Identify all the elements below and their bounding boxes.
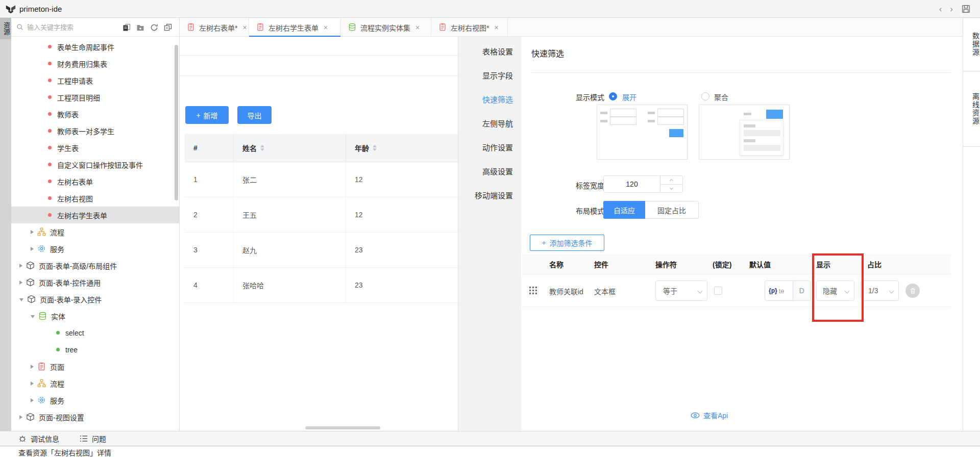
spinner-up-icon[interactable]	[660, 176, 682, 184]
tree-item[interactable]: 左树右表单	[11, 173, 180, 190]
tree-item[interactable]: 工程项目明细	[11, 89, 180, 106]
radio-aggregate-label[interactable]: 聚合	[714, 92, 728, 102]
tree-item[interactable]: 页面-表单-高级/布局组件	[11, 257, 180, 274]
collapse-all-icon[interactable]	[164, 23, 172, 32]
default-value-input[interactable]: {p} te D	[765, 280, 811, 301]
forward-arrow-icon[interactable]: ›	[950, 5, 953, 13]
aggregate-mode-preview[interactable]	[699, 105, 790, 160]
tree-item[interactable]: 流程	[11, 375, 180, 392]
add-filter-button[interactable]: + 添加筛选条件	[530, 235, 604, 251]
expand-mode-preview[interactable]	[597, 105, 688, 160]
save-icon[interactable]	[961, 4, 971, 14]
tab-left-tree-view[interactable]: 左树右视图* ×	[431, 18, 508, 37]
tree-item[interactable]: 自定义窗口操作按钮及事件	[11, 156, 180, 173]
tree-item[interactable]: 实体	[11, 308, 180, 324]
radio-aggregate[interactable]	[701, 92, 709, 100]
caret-right-icon[interactable]	[19, 280, 22, 285]
sidebar-scrollbar[interactable]	[175, 45, 178, 200]
operator-select[interactable]: 等于	[655, 280, 707, 301]
close-icon[interactable]: ×	[324, 23, 328, 32]
close-icon[interactable]: ×	[242, 23, 247, 32]
locate-file-icon[interactable]	[122, 23, 131, 32]
nav-table-settings[interactable]: 表格设置	[458, 43, 521, 61]
nav-action-settings[interactable]: 动作设置	[458, 139, 521, 157]
filter-table: 名称 控件 操作符 (锁定) 默认值 显示 占比 教师关联id 文本框 等于	[522, 254, 951, 307]
locked-checkbox[interactable]	[714, 287, 722, 295]
refresh-icon[interactable]	[150, 23, 158, 32]
tree-item[interactable]: select	[11, 324, 180, 341]
tree-item[interactable]: 页面-表单-录入控件	[11, 291, 180, 308]
caret-right-icon[interactable]	[31, 365, 34, 369]
debug-info-item[interactable]: 调试信息	[18, 433, 59, 444]
spinner-down-icon[interactable]	[660, 184, 682, 192]
new-folder-icon[interactable]	[136, 23, 144, 32]
red-dot-icon	[48, 95, 52, 99]
caret-down-icon[interactable]	[19, 298, 23, 301]
tree-item[interactable]: 页面-表单-控件通用	[11, 274, 180, 291]
offline-resource-strip-tab[interactable]: 离线资源	[963, 71, 980, 147]
label-width-value[interactable]	[604, 176, 660, 192]
caret-right-icon[interactable]	[31, 398, 34, 402]
sort-icon[interactable]	[373, 145, 377, 151]
tree-item[interactable]: 页面	[11, 358, 180, 375]
view-api-link[interactable]: 查看Api	[691, 410, 728, 420]
column-header-age[interactable]: 年龄	[346, 134, 458, 162]
nav-display-fields[interactable]: 显示字段	[458, 67, 521, 85]
canvas-horizontal-scrollbar[interactable]	[305, 426, 380, 429]
radio-expand[interactable]	[609, 92, 617, 100]
nav-mobile-settings[interactable]: 移动端设置	[458, 187, 521, 205]
default-type-button[interactable]: D	[793, 281, 811, 300]
tree-item[interactable]: 服务	[11, 240, 180, 257]
add-button[interactable]: +新增	[185, 106, 229, 124]
tree-item[interactable]: 页面-视图设置	[11, 408, 180, 425]
tab-process-entity-set[interactable]: 流程实例实体集 ×	[341, 18, 431, 37]
red-dot-icon	[48, 146, 52, 149]
column-header-name[interactable]: 姓名	[234, 134, 346, 162]
tree-item[interactable]: 学生表	[11, 139, 180, 156]
search-input[interactable]	[27, 23, 104, 31]
export-button[interactable]: 导出	[237, 106, 272, 124]
table-row[interactable]: 4 张哈哈 23	[185, 268, 458, 303]
close-icon[interactable]: ×	[494, 23, 498, 32]
sort-icon[interactable]	[260, 145, 264, 151]
back-arrow-icon[interactable]: ‹	[939, 5, 942, 13]
table-row[interactable]: 2 王五 12	[185, 197, 458, 233]
delete-filter-button[interactable]	[905, 284, 920, 298]
tree-item[interactable]: tree	[11, 341, 180, 358]
app-logo-icon	[5, 3, 16, 14]
ratio-select[interactable]: 1/3	[861, 280, 899, 301]
caret-right-icon[interactable]	[31, 247, 34, 251]
radio-expand-label[interactable]: 展开	[622, 92, 636, 102]
table-row[interactable]: 3 赵九 23	[185, 233, 458, 268]
table-row[interactable]: 1 张二 12	[185, 162, 458, 197]
resource-strip-tab[interactable]: 资源	[0, 18, 11, 39]
nav-quick-filter[interactable]: 快速筛选	[458, 91, 521, 109]
problems-item[interactable]: 问题	[80, 433, 106, 444]
tree-item[interactable]: 表单生命周起事件	[11, 38, 180, 55]
caret-right-icon[interactable]	[31, 381, 34, 386]
segment-fixed-ratio[interactable]: 固定占比	[645, 201, 699, 219]
caret-right-icon[interactable]	[19, 415, 22, 419]
database-icon	[348, 23, 357, 32]
caret-right-icon[interactable]	[31, 230, 34, 234]
tree-item[interactable]: 教师表一对多学生	[11, 122, 180, 139]
drag-handle-icon[interactable]	[529, 287, 537, 296]
datasource-strip-tab[interactable]: 数据源	[963, 18, 980, 71]
nav-advanced-settings[interactable]: 高级设置	[458, 163, 521, 181]
tree-item[interactable]: 工程申请表	[11, 72, 180, 89]
tree-item[interactable]: 流程	[11, 223, 180, 240]
tab-left-tree-student-form[interactable]: 左树右学生表单 ×	[249, 18, 341, 37]
caret-right-icon[interactable]	[19, 264, 22, 268]
segment-adaptive[interactable]: 自适应	[603, 201, 645, 219]
tree-item[interactable]: 左树右视图	[11, 190, 180, 207]
tab-left-tree-form[interactable]: 左树右表单* ×	[180, 18, 249, 37]
close-icon[interactable]: ×	[415, 23, 420, 32]
red-dot-icon	[48, 62, 52, 65]
tree-item[interactable]: 教师表	[11, 106, 180, 122]
tree-item-selected[interactable]: 左树右学生表单	[11, 207, 180, 223]
divider	[180, 55, 458, 56]
tree-item[interactable]: 财务费用归集表	[11, 55, 180, 72]
tree-item[interactable]: 服务	[11, 392, 180, 408]
nav-left-nav[interactable]: 左侧导航	[458, 115, 521, 133]
caret-down-icon[interactable]	[31, 315, 35, 318]
